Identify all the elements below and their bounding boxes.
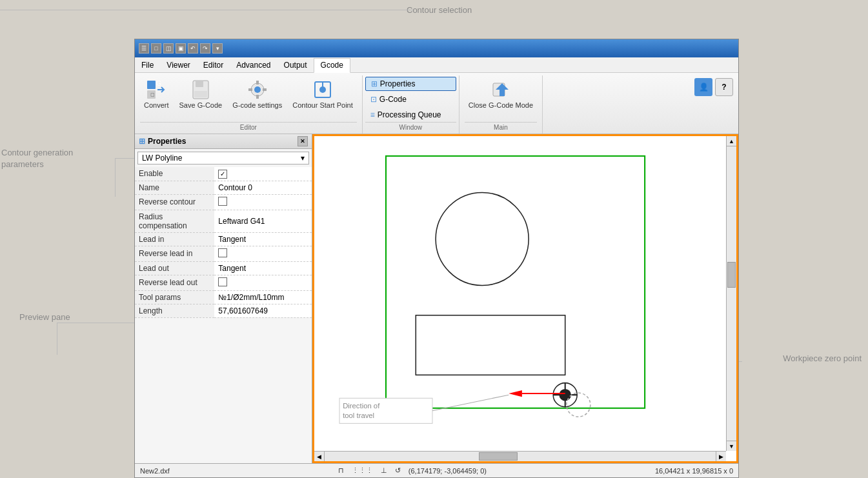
gcode-window-label: G-Code [379, 95, 407, 104]
prop-row-length: Length 57,601607649 [135, 304, 312, 317]
status-filename: New2.dxf [140, 467, 170, 475]
svg-rect-12 [263, 88, 267, 91]
title-icon-7[interactable]: ▾ [212, 43, 223, 54]
save-gcode-button[interactable]: Save G-Code [176, 77, 227, 112]
prop-value-radius-comp: Leftward G41 [214, 210, 312, 232]
prop-value-name: Contour 0 [214, 181, 312, 194]
contour-selection-annotation: Contour selection [407, 5, 472, 15]
properties-panel: ⊞ Properties ✕ LW Polyline ▾ Enable Name [135, 134, 312, 463]
prop-value-reverse-lead-out[interactable] [214, 275, 312, 290]
status-dimensions: 16,04421 x 19,96815 x 0 [655, 467, 733, 475]
reverse-lead-in-checkbox[interactable] [218, 248, 227, 257]
prop-label-name: Name [135, 181, 214, 194]
title-icon-2[interactable]: □ [151, 43, 161, 54]
processing-queue-icon: ≡ [370, 110, 375, 119]
status-center: ⊓ ⋮⋮⋮ ⊥ ↺ (6,174179; -3,064459; 0) [338, 466, 487, 475]
prop-label-lead-out: Lead out [135, 261, 214, 275]
prop-value-enable[interactable] [214, 167, 312, 181]
ribbon-group-window: ⊞ Properties ⊡ G-Code ≡ Processing Queue… [363, 75, 459, 134]
menu-gcode[interactable]: Gcode [314, 58, 350, 73]
menu-advanced[interactable]: Advanced [230, 57, 277, 72]
svg-rect-6 [194, 91, 207, 97]
reverse-contour-checkbox[interactable] [218, 197, 227, 206]
menu-editor[interactable]: Editor [197, 57, 230, 72]
preview-line-v [57, 323, 57, 355]
contour-start-label: Contour Start Point [292, 101, 353, 109]
prop-value-lead-in: Tangent [214, 232, 312, 246]
contour-start-button[interactable]: Contour Start Point [288, 77, 357, 112]
horizontal-scrollbar[interactable]: ◀ ▶ [314, 451, 726, 461]
scroll-left-button[interactable]: ◀ [314, 452, 325, 461]
ribbon: G ◻ Convert [135, 73, 738, 134]
editor-group-items: G ◻ Convert [140, 77, 357, 121]
title-icon-3[interactable]: ◫ [163, 43, 174, 54]
prop-value-length: 57,601607649 [214, 304, 312, 317]
svg-rect-0 [147, 81, 156, 89]
gcode-settings-icon [247, 79, 268, 100]
gcode-window-button[interactable]: ⊡ G-Code [365, 92, 456, 106]
processing-queue-button[interactable]: ≡ Processing Queue [365, 108, 456, 122]
scroll-thumb-h[interactable] [479, 452, 518, 461]
save-gcode-label: Save G-Code [179, 101, 223, 109]
prop-value-reverse-lead-in[interactable] [214, 246, 312, 261]
svg-rect-5 [196, 81, 203, 87]
ribbon-group-editor: G ◻ Convert [135, 75, 363, 134]
processing-queue-label: Processing Queue [378, 110, 441, 119]
svg-point-8 [254, 86, 261, 93]
status-icon-2: ⋮⋮⋮ [352, 466, 373, 475]
contour-gen-line-v [115, 158, 116, 197]
convert-icon: G ◻ [146, 79, 167, 100]
prop-label-radius-comp: Radius compensation [135, 210, 214, 232]
ribbon-group-main: Close G-Code Mode Main [459, 75, 543, 134]
scroll-right-button[interactable]: ▶ [716, 452, 726, 461]
properties-button[interactable]: ⊞ Properties [365, 77, 456, 91]
scroll-down-button[interactable]: ▼ [727, 441, 736, 451]
content-area: ⊞ Properties ✕ LW Polyline ▾ Enable Name [135, 134, 738, 463]
canvas-area: Direction of tool travel ▲ ▼ ◀ ▶ [312, 134, 738, 463]
properties-label: Properties [380, 79, 416, 88]
title-icon-5[interactable]: ↶ [188, 43, 198, 54]
title-icon-1[interactable]: ☰ [139, 43, 149, 54]
convert-label: Convert [144, 101, 169, 109]
title-bar: ☰ □ ◫ ▣ ↶ ↷ ▾ [135, 39, 738, 57]
vertical-scrollbar[interactable]: ▲ ▼ [726, 136, 736, 451]
contour-start-icon [312, 79, 333, 100]
prop-row-enable: Enable [135, 167, 312, 181]
panel-header: ⊞ Properties ✕ [135, 134, 312, 149]
title-icon-6[interactable]: ↷ [200, 43, 210, 54]
menu-file[interactable]: File [135, 57, 160, 72]
menu-viewer[interactable]: Viewer [160, 57, 196, 72]
properties-table: Enable Name Contour 0 Reverse contour [135, 167, 312, 318]
reverse-lead-out-checkbox[interactable] [218, 277, 227, 286]
close-gcode-button[interactable]: Close G-Code Mode [465, 77, 537, 112]
prop-label-lead-in: Lead in [135, 232, 214, 246]
svg-text:tool travel: tool travel [343, 412, 374, 419]
dropdown-arrow: ▾ [301, 154, 305, 163]
panel-close-button[interactable]: ✕ [298, 136, 308, 146]
status-icon-4: ↺ [395, 466, 401, 475]
prop-row-tool-params: Tool params №1/Ø2mm/L10mm [135, 290, 312, 304]
preview-line-h [57, 323, 137, 323]
dropdown-value: LW Polyline [142, 154, 182, 163]
prop-row-reverse-lead-in: Reverse lead in [135, 246, 312, 261]
prop-label-tool-params: Tool params [135, 290, 214, 304]
prop-value-reverse-contour[interactable] [214, 194, 312, 210]
prop-row-lead-out: Lead out Tangent [135, 261, 312, 275]
close-gcode-icon [490, 79, 511, 100]
scroll-thumb-v[interactable] [727, 262, 736, 288]
gcode-settings-button[interactable]: G-code settings [228, 77, 286, 112]
prop-row-lead-in: Lead in Tangent [135, 232, 312, 246]
enable-checkbox[interactable] [218, 170, 227, 179]
help-icon[interactable]: ? [715, 78, 733, 96]
panel-dropdown[interactable]: LW Polyline ▾ [137, 152, 309, 164]
user-icon[interactable]: 👤 [694, 78, 712, 96]
menu-output[interactable]: Output [278, 57, 314, 72]
title-icon-4[interactable]: ▣ [176, 43, 186, 54]
scroll-up-button[interactable]: ▲ [727, 136, 736, 146]
convert-button[interactable]: G ◻ Convert [140, 77, 173, 112]
main-group-items: Close G-Code Mode [465, 77, 537, 121]
window-group-items: ⊞ Properties ⊡ G-Code ≡ Processing Queue [365, 77, 456, 122]
properties-icon: ⊞ [371, 79, 378, 88]
prop-label-length: Length [135, 304, 214, 317]
menu-bar: File Viewer Editor Advanced Output Gcode [135, 57, 738, 73]
